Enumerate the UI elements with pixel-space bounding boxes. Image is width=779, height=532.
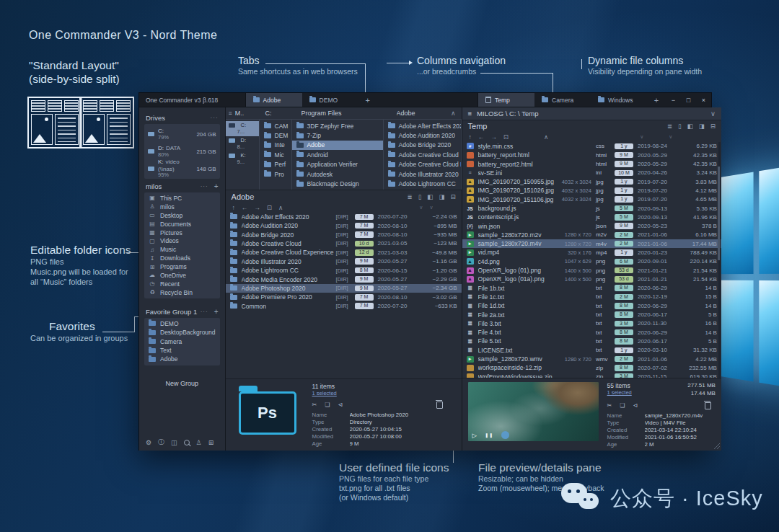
file-row[interactable]: battery_report.html html 9 M 2020-05-29 …	[462, 151, 721, 159]
sidebar-item[interactable]: ♫ Music	[144, 245, 220, 254]
file-row[interactable]: ▴ IMG_20190720_151026.jpg 4032 x 3024 jp…	[462, 186, 721, 195]
column-folder-item[interactable]: Adobe Bridge 2020	[384, 141, 461, 150]
file-row[interactable]: ≡ sv-SE.ini ini 10 M 2020-04-26 3.24 KB	[462, 169, 721, 177]
view-list-icon[interactable]: ≣	[667, 123, 672, 130]
column-folder-item[interactable]: Adobe	[292, 141, 383, 150]
column-folder-item[interactable]: Perf	[260, 160, 291, 169]
drive-item[interactable]: C: 79% 204 GB	[144, 125, 220, 143]
back-icon[interactable]: ←	[478, 133, 485, 141]
parent-folder-icon[interactable]: ⊡	[267, 204, 272, 211]
expand-columns-icon[interactable]: ∨	[710, 110, 716, 118]
parent-folder-icon[interactable]: ⊡	[503, 133, 509, 141]
window-tab[interactable]: Adobe	[246, 93, 302, 107]
drive-item[interactable]: K:video (\\nas) 95% 148 GB	[144, 160, 220, 177]
file-row[interactable]: ▸ sample_1280x720.wmv 1280 x 720 wmv 2 M…	[462, 355, 721, 363]
sidebar-item[interactable]: ⊞ Programs	[144, 262, 220, 271]
sort-icon[interactable]: ∨	[640, 134, 643, 140]
add-user-item-button[interactable]: +	[214, 182, 219, 190]
column-folder-item[interactable]: Autodesk	[292, 169, 383, 179]
file-row[interactable]: Adobe Premiere Pro 2020 [DIR] 7 M 2020-0…	[226, 293, 462, 301]
file-row[interactable]: ≣ File 5.txt txt 8 M 2020-06-17 5 B	[462, 337, 721, 345]
view-list-icon[interactable]: ≣	[408, 193, 413, 200]
file-row[interactable]: {#} win.json json 9 M 2020-05-23 378 B	[462, 221, 721, 230]
file-row[interactable]: Adobe Photoshop 2020 [DIR] 9 M 2020-05-2…	[226, 284, 462, 293]
column-header-program-files[interactable]: Program Files	[297, 110, 392, 117]
column-header-root[interactable]: M..	[235, 110, 245, 117]
column-folder-item[interactable]: Android	[292, 150, 383, 159]
play-icon[interactable]: ▷	[472, 432, 477, 439]
copy-icon[interactable]: ❏	[620, 402, 625, 409]
pane-left-icon[interactable]: ◧	[687, 123, 693, 130]
sidebar-item[interactable]: ▦ Pictures	[144, 229, 220, 237]
column-folder-item[interactable]: Adobe Illustrator 2020	[384, 169, 461, 179]
column-folder-item[interactable]: Application Verifier	[292, 160, 383, 169]
file-row[interactable]: ≣ File 4.txt txt 8 M 2020-06-29 14 B	[462, 328, 721, 337]
trash-icon[interactable]	[436, 402, 443, 409]
file-row[interactable]: ▴ OpenXR_logo (01).png 1400 x 500 png 53…	[462, 266, 721, 275]
drives-menu-button[interactable]: ···	[211, 115, 219, 121]
user-menu-button[interactable]: ···	[201, 183, 208, 190]
column-drive-item[interactable]: D: 8...	[226, 136, 259, 151]
column-folder-item[interactable]: Inte	[260, 141, 291, 150]
column-folder-item[interactable]: 3DF Zephyr Free	[292, 121, 383, 130]
file-row[interactable]: ▸ vid.mp4 320 x 176 mp4 1 y 2020-01-23 7…	[462, 248, 721, 257]
file-row[interactable]: Adobe Illustrator 2020 [DIR] 9 M 2020-05…	[226, 257, 462, 266]
sidebar-item[interactable]: ↧ Downloads	[144, 254, 220, 262]
add-favorite-button[interactable]: +	[214, 308, 219, 316]
file-row[interactable]: ≣ File 3.txt txt 3 M 2020-11-30 16 B	[462, 319, 721, 328]
sidebar-item[interactable]: ▤ Documents	[144, 220, 220, 229]
sort-asc-icon[interactable]: ∧	[544, 133, 548, 141]
pane-right-icon[interactable]: ◨	[699, 123, 705, 130]
sidebar-item[interactable]: ▣ This PC	[144, 194, 220, 203]
up-icon[interactable]: ↑	[469, 133, 472, 141]
speaker-icon[interactable]: ⊲	[338, 402, 343, 408]
file-row[interactable]: ≣ File 1c.txt txt 2 M 2020-12-19 15 B	[462, 293, 721, 301]
minimize-button[interactable]: −	[666, 93, 681, 107]
column-folder-item[interactable]: Adobe Lightroom CC	[384, 179, 461, 188]
cut-icon[interactable]: ✂	[607, 402, 612, 409]
up-icon[interactable]: ↑	[232, 204, 235, 211]
maximize-button[interactable]: □	[681, 93, 696, 107]
window-tab[interactable]: DEMO	[302, 93, 358, 107]
file-row[interactable]: Adobe Creative Cloud [DIR] 10 d 2021-03-…	[226, 239, 462, 248]
column-folder-item[interactable]: Pro	[260, 169, 291, 179]
sort-icon[interactable]: ∨	[419, 205, 423, 210]
breadcrumb-path[interactable]: MILOSG \ C: \ Temp	[477, 110, 538, 118]
file-row[interactable]: Adobe Bridge 2020 [DIR] 7 M 2020-08-10 ~…	[226, 230, 462, 239]
cut-icon[interactable]: ✂	[312, 402, 317, 408]
breadcrumb[interactable]: ≡ MILOSG \ C: \ Temp ∨	[462, 107, 721, 120]
file-row[interactable]: ≣ File 1d.txt txt 8 M 2020-06-29 14 B	[462, 301, 721, 310]
collapse-icon[interactable]: ∧	[278, 204, 283, 211]
favorite-item[interactable]: Camera	[144, 337, 220, 345]
new-group-button[interactable]: New Group	[144, 377, 220, 390]
drive-item[interactable]: D:DATA 80% 215 GB	[144, 143, 220, 160]
file-row[interactable]: ≣ File 1b.txt txt 8 M 2020-06-29 14 B	[462, 284, 721, 293]
archive-icon[interactable]: ⊟	[710, 123, 716, 130]
file-row[interactable]: WpfEmptyWindowIssue.zip zip 3 M 2020-11-…	[462, 373, 721, 378]
sort-icon[interactable]: ∨	[429, 205, 433, 210]
forward-icon[interactable]: →	[490, 133, 497, 141]
column-header-c[interactable]: C:	[262, 110, 297, 117]
new-tab-button[interactable]: +	[647, 93, 666, 107]
panes-icon[interactable]: ⊞	[208, 439, 214, 446]
column-folder-item[interactable]: 7-Zip	[292, 130, 383, 140]
file-row[interactable]: ▴ IMG_20190720_150955.jpg 4032 x 3024 jp…	[462, 177, 721, 186]
column-drive-item[interactable]: C: 7...	[226, 121, 259, 136]
user-icon[interactable]: ♙	[196, 439, 202, 446]
forward-icon[interactable]: →	[254, 204, 260, 211]
sidebar-item[interactable]: ♻ Recycle Bin	[144, 288, 220, 297]
seek-handle[interactable]	[501, 431, 509, 439]
file-row[interactable]: ▴ c4d.png 1047 x 629 png 6 M 2020-09-01 …	[462, 257, 721, 266]
menu-icon[interactable]: ≡	[468, 110, 472, 118]
back-icon[interactable]: ←	[242, 204, 248, 211]
collapse-columns-icon[interactable]: ∧	[451, 110, 456, 117]
close-button[interactable]: ×	[696, 93, 711, 107]
file-row[interactable]: JS background.js js 5 M 2020-09-13 5.36 …	[462, 204, 721, 213]
title-bar[interactable]: One Commander v3 β.618 Adobe DEMO + Temp…	[139, 93, 711, 107]
favorites-menu-button[interactable]: ···	[201, 309, 208, 315]
favorite-item[interactable]: Adobe	[144, 355, 220, 363]
new-file-icon[interactable]: ▯	[418, 193, 422, 200]
info-icon[interactable]: ⓘ	[158, 438, 164, 447]
scrollbar-thumb[interactable]	[718, 167, 720, 260]
file-row[interactable]: Common [DIR] 7 M 2020-07-20 ~633 KB	[226, 301, 462, 310]
